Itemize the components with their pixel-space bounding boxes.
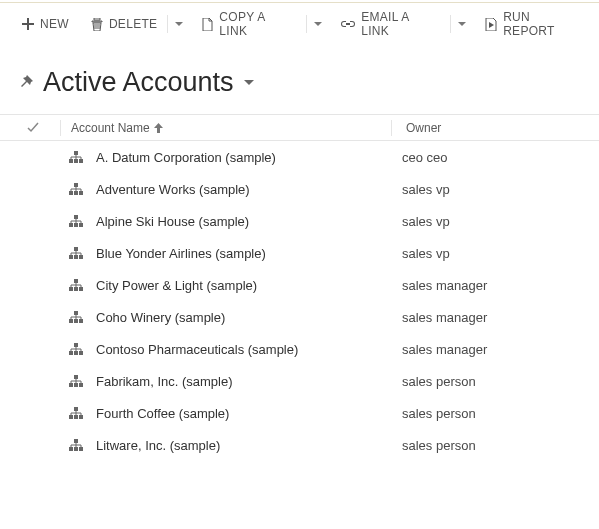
svg-rect-33 xyxy=(69,415,73,419)
owner-text: sales manager xyxy=(402,278,487,293)
owner-cell: sales vp xyxy=(390,182,599,197)
table-row[interactable]: Alpine Ski House (sample) sales vp xyxy=(0,205,599,237)
svg-rect-21 xyxy=(69,319,73,323)
hierarchy-icon[interactable] xyxy=(60,311,92,323)
svg-rect-8 xyxy=(74,215,78,219)
account-name-text: Coho Winery (sample) xyxy=(96,310,225,325)
command-bar: NEW DELETE COPY A LINK xyxy=(0,5,599,43)
hierarchy-icon[interactable] xyxy=(60,247,92,259)
account-name-link[interactable]: Alpine Ski House (sample) xyxy=(92,214,390,229)
account-name-link[interactable]: Fourth Coffee (sample) xyxy=(92,406,390,421)
svg-rect-37 xyxy=(69,447,73,451)
column-header-name-label: Account Name xyxy=(71,121,150,135)
svg-rect-20 xyxy=(74,311,78,315)
owner-text: sales vp xyxy=(402,214,450,229)
account-name-link[interactable]: Fabrikam, Inc. (sample) xyxy=(92,374,390,389)
account-name-link[interactable]: Coho Winery (sample) xyxy=(92,310,390,325)
document-icon xyxy=(202,18,213,31)
account-name-text: Blue Yonder Airlines (sample) xyxy=(96,246,266,261)
svg-rect-39 xyxy=(79,447,83,451)
svg-rect-32 xyxy=(74,407,78,411)
select-all-column[interactable] xyxy=(26,121,60,135)
copy-link-button[interactable]: COPY A LINK xyxy=(196,6,302,42)
account-name-text: Litware, Inc. (sample) xyxy=(96,438,220,453)
account-name-link[interactable]: A. Datum Corporation (sample) xyxy=(92,150,390,165)
account-name-link[interactable]: Blue Yonder Airlines (sample) xyxy=(92,246,390,261)
hierarchy-icon[interactable] xyxy=(60,407,92,419)
account-name-link[interactable]: Litware, Inc. (sample) xyxy=(92,438,390,453)
hierarchy-icon[interactable] xyxy=(60,375,92,387)
account-name-link[interactable]: Contoso Pharmaceuticals (sample) xyxy=(92,342,390,357)
email-link-button-label: EMAIL A LINK xyxy=(361,10,440,38)
hierarchy-icon[interactable] xyxy=(60,279,92,291)
svg-rect-28 xyxy=(74,375,78,379)
owner-text: sales person xyxy=(402,438,476,453)
svg-rect-17 xyxy=(69,287,73,291)
owner-text: sales manager xyxy=(402,310,487,325)
hierarchy-icon[interactable] xyxy=(60,439,92,451)
svg-rect-11 xyxy=(79,223,83,227)
svg-rect-3 xyxy=(79,159,83,163)
svg-rect-23 xyxy=(79,319,83,323)
table-row[interactable]: City Power & Light (sample) sales manage… xyxy=(0,269,599,301)
email-link-button[interactable]: EMAIL A LINK xyxy=(335,6,446,42)
delete-button[interactable]: DELETE xyxy=(85,13,163,35)
svg-rect-30 xyxy=(74,383,78,387)
link-icon xyxy=(341,19,355,29)
svg-rect-34 xyxy=(74,415,78,419)
view-title-text: Active Accounts xyxy=(43,67,234,98)
table-row[interactable]: Blue Yonder Airlines (sample) sales vp xyxy=(0,237,599,269)
column-header-owner[interactable]: Owner xyxy=(392,121,599,135)
account-name-text: Fabrikam, Inc. (sample) xyxy=(96,374,233,389)
svg-rect-2 xyxy=(74,159,78,163)
svg-rect-31 xyxy=(79,383,83,387)
account-name-link[interactable]: City Power & Light (sample) xyxy=(92,278,390,293)
account-name-link[interactable]: Adventure Works (sample) xyxy=(92,182,390,197)
svg-rect-26 xyxy=(74,351,78,355)
table-row[interactable]: A. Datum Corporation (sample) ceo ceo xyxy=(0,141,599,173)
svg-rect-13 xyxy=(69,255,73,259)
account-name-text: Alpine Ski House (sample) xyxy=(96,214,249,229)
hierarchy-icon[interactable] xyxy=(60,343,92,355)
report-play-icon xyxy=(485,18,497,31)
account-name-text: Adventure Works (sample) xyxy=(96,182,250,197)
new-button[interactable]: NEW xyxy=(16,13,75,35)
table-row[interactable]: Fourth Coffee (sample) sales person xyxy=(0,397,599,429)
copy-link-split-button[interactable] xyxy=(311,17,325,31)
chevron-down-icon xyxy=(244,80,254,86)
svg-rect-24 xyxy=(74,343,78,347)
table-row[interactable]: Contoso Pharmaceuticals (sample) sales m… xyxy=(0,333,599,365)
delete-split-button[interactable] xyxy=(172,17,186,31)
owner-text: sales person xyxy=(402,374,476,389)
owner-cell: sales vp xyxy=(390,246,599,261)
column-header-name[interactable]: Account Name xyxy=(61,121,391,135)
hierarchy-icon[interactable] xyxy=(60,183,92,195)
owner-cell: sales manager xyxy=(390,278,599,293)
svg-rect-6 xyxy=(74,191,78,195)
svg-rect-0 xyxy=(74,151,78,155)
pin-icon[interactable] xyxy=(18,75,33,90)
owner-cell: sales manager xyxy=(390,342,599,357)
view-selector[interactable]: Active Accounts xyxy=(43,67,254,98)
owner-text: sales vp xyxy=(402,246,450,261)
hierarchy-icon[interactable] xyxy=(60,215,92,227)
hierarchy-icon[interactable] xyxy=(60,151,92,163)
grid-header: Account Name Owner xyxy=(0,115,599,141)
svg-rect-27 xyxy=(79,351,83,355)
svg-rect-22 xyxy=(74,319,78,323)
column-header-owner-label: Owner xyxy=(406,121,441,135)
email-link-split-button[interactable] xyxy=(455,17,469,31)
plus-icon xyxy=(22,18,34,30)
table-row[interactable]: Fabrikam, Inc. (sample) sales person xyxy=(0,365,599,397)
table-row[interactable]: Adventure Works (sample) sales vp xyxy=(0,173,599,205)
run-report-button[interactable]: RUN REPORT xyxy=(479,6,591,42)
account-name-text: Contoso Pharmaceuticals (sample) xyxy=(96,342,298,357)
account-name-text: Fourth Coffee (sample) xyxy=(96,406,229,421)
owner-cell: ceo ceo xyxy=(390,150,599,165)
svg-rect-14 xyxy=(74,255,78,259)
svg-rect-9 xyxy=(69,223,73,227)
table-row[interactable]: Litware, Inc. (sample) sales person xyxy=(0,429,599,461)
svg-rect-18 xyxy=(74,287,78,291)
table-row[interactable]: Coho Winery (sample) sales manager xyxy=(0,301,599,333)
trash-icon xyxy=(91,18,103,31)
